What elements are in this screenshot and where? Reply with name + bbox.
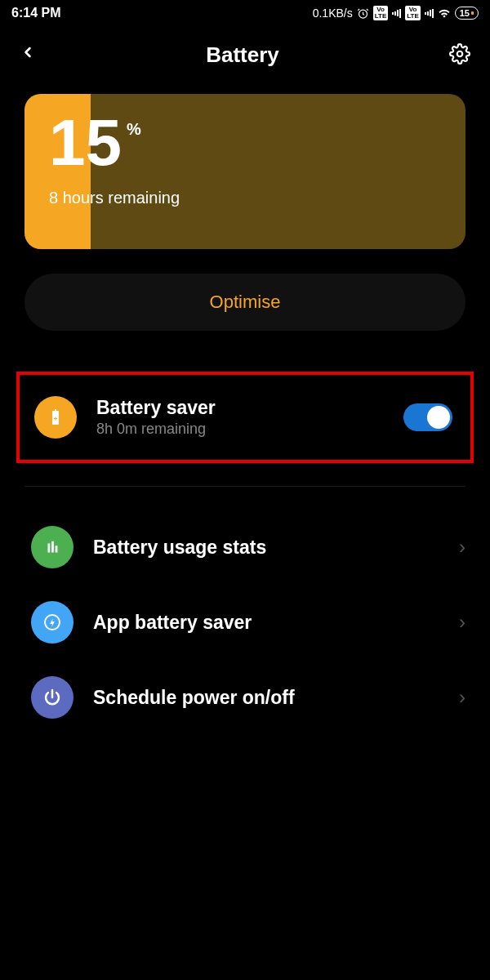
app-battery-saver-row[interactable]: App battery saver › (24, 585, 466, 660)
divider (24, 486, 466, 487)
alarm-icon (357, 7, 369, 20)
percent-sign: % (127, 120, 141, 139)
svg-point-1 (457, 51, 463, 56)
status-time: 6:14 PM (11, 6, 60, 20)
battery-saver-icon (34, 396, 77, 439)
wifi-icon (438, 7, 451, 20)
battery-usage-stats-row[interactable]: Battery usage stats › (24, 510, 466, 585)
data-rate: 0.1KB/s (313, 7, 353, 20)
optimise-label: Optimise (210, 292, 281, 313)
schedule-label: Schedule power on/off (93, 687, 451, 709)
back-icon[interactable] (20, 41, 36, 69)
optimise-button[interactable]: Optimise (24, 274, 466, 331)
chevron-right-icon: › (459, 611, 466, 634)
usage-stats-label: Battery usage stats (93, 537, 451, 559)
signal-icon-2 (425, 8, 434, 18)
volte-icon-1: VoLTE (373, 6, 389, 20)
volte-icon-2: VoLTE (405, 6, 421, 20)
app-saver-label: App battery saver (93, 612, 451, 634)
battery-percent-value: 15 (49, 110, 122, 176)
page-title: Battery (206, 42, 279, 68)
page-header: Battery (0, 26, 490, 94)
status-bar: 6:14 PM 0.1KB/s VoLTE VoLTE 15 (0, 0, 490, 26)
battery-pill-icon: 15 (455, 7, 479, 20)
schedule-power-row[interactable]: Schedule power on/off › (24, 660, 466, 735)
settings-gear-icon[interactable] (449, 43, 470, 68)
highlight-annotation: Battery saver 8h 0m remaining (16, 372, 474, 463)
toggle-knob (427, 406, 450, 429)
chevron-right-icon: › (459, 536, 466, 559)
battery-time-remaining: 8 hours remaining (49, 189, 441, 207)
battery-saver-title: Battery saver (96, 397, 403, 419)
battery-saver-row[interactable]: Battery saver 8h 0m remaining (28, 386, 462, 448)
status-indicators: 0.1KB/s VoLTE VoLTE 15 (313, 6, 479, 20)
battery-saver-subtitle: 8h 0m remaining (96, 421, 403, 438)
app-saver-icon (31, 601, 74, 644)
battery-level-card: 15 % 8 hours remaining (24, 94, 466, 249)
power-icon (31, 676, 74, 719)
signal-icon-1 (392, 8, 401, 18)
chevron-right-icon: › (459, 686, 466, 709)
stats-icon (31, 526, 74, 568)
battery-saver-toggle[interactable] (403, 403, 452, 431)
